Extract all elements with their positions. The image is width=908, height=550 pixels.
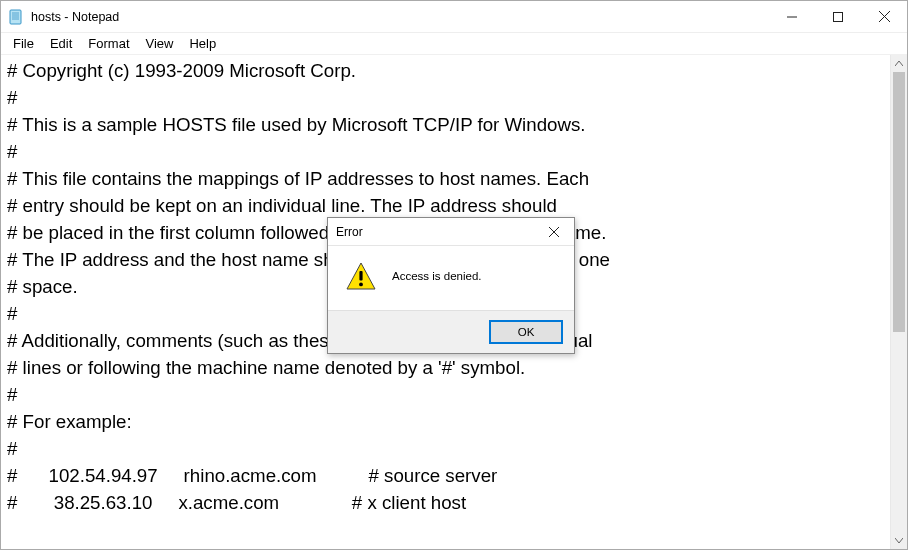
vertical-scrollbar[interactable] (890, 55, 907, 549)
dialog-title: Error (336, 225, 363, 239)
dialog-titlebar[interactable]: Error (328, 218, 574, 246)
dialog-footer: OK (328, 310, 574, 353)
menubar: File Edit Format View Help (1, 33, 907, 55)
menu-view[interactable]: View (138, 35, 182, 52)
menu-edit[interactable]: Edit (42, 35, 80, 52)
scrollbar-up-arrow[interactable] (891, 55, 907, 72)
window-controls (769, 1, 907, 32)
warning-icon (346, 262, 376, 290)
error-dialog: Error Access is denied. OK (327, 217, 575, 354)
window-title: hosts - Notepad (31, 10, 119, 24)
svg-point-13 (359, 283, 363, 287)
menu-file[interactable]: File (5, 35, 42, 52)
close-button[interactable] (861, 1, 907, 32)
dialog-message: Access is denied. (392, 270, 482, 282)
titlebar: hosts - Notepad (1, 1, 907, 33)
svg-rect-12 (359, 271, 362, 281)
maximize-button[interactable] (815, 1, 861, 32)
ok-button[interactable]: OK (490, 321, 562, 343)
notepad-icon (7, 8, 25, 26)
minimize-button[interactable] (769, 1, 815, 32)
menu-help[interactable]: Help (181, 35, 224, 52)
menu-format[interactable]: Format (80, 35, 137, 52)
scrollbar-track[interactable] (891, 72, 907, 532)
scrollbar-down-arrow[interactable] (891, 532, 907, 549)
scrollbar-thumb[interactable] (893, 72, 905, 332)
dialog-close-button[interactable] (534, 218, 574, 246)
dialog-body: Access is denied. (328, 246, 574, 310)
svg-rect-6 (834, 12, 843, 21)
